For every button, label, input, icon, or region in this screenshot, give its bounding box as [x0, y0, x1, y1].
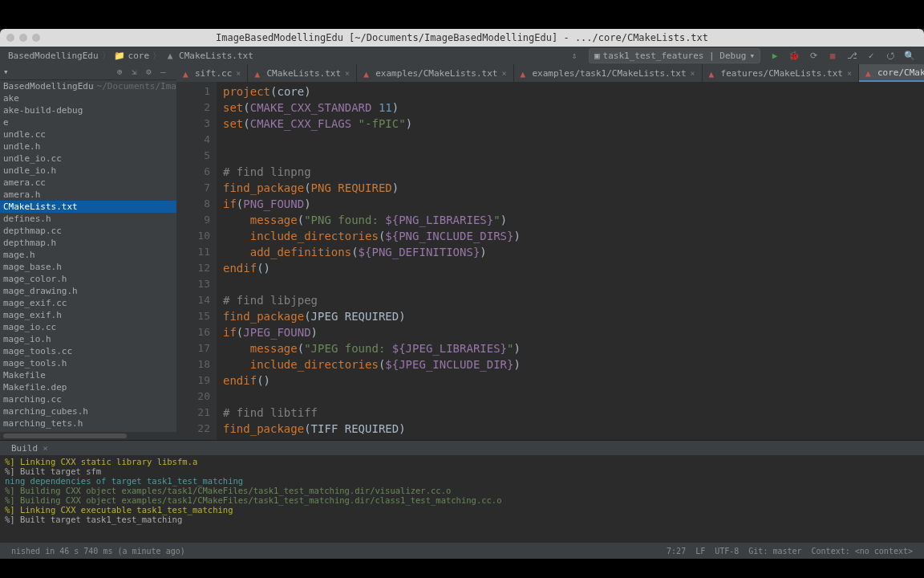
tree-item[interactable]: mage_color.h — [0, 273, 176, 285]
tree-item[interactable]: marching_tets.h — [0, 417, 176, 429]
editor-tabs: ▲sift.cc×▲CMakeLists.txt×▲examples/CMake… — [176, 64, 924, 82]
editor-tab[interactable]: ▲CMakeLists.txt× — [248, 64, 357, 82]
project-dropdown[interactable]: ▾ — [3, 67, 9, 77]
tree-item[interactable]: mage_base.h — [0, 261, 176, 273]
cursor-position[interactable]: 7:27 — [667, 547, 686, 556]
tree-item[interactable]: Makefile.dep — [0, 381, 176, 393]
editor-tab[interactable]: ▲examples/CMakeLists.txt× — [357, 64, 513, 82]
tree-item[interactable]: marching.cc — [0, 393, 176, 405]
tree-item[interactable]: mage_tools.h — [0, 357, 176, 369]
cmake-file-icon: ▲ — [183, 69, 191, 77]
commit-icon[interactable]: ✓ — [864, 48, 878, 63]
close-build-tab-icon[interactable]: × — [43, 443, 48, 454]
search-icon[interactable]: 🔍 — [902, 48, 917, 63]
hide-icon[interactable]: — — [160, 67, 172, 78]
tree-item[interactable]: depthmap.h — [0, 237, 176, 249]
tree-item[interactable]: defines.h — [0, 213, 176, 225]
nav-bar: BasedModellingEdu 〉 📁 core 〉 ▲ CMakeList… — [0, 47, 924, 64]
close-tab-icon[interactable]: × — [847, 69, 852, 78]
window-titlebar: ImageBasedModellingEdu [~/Documents/Imag… — [0, 29, 924, 47]
stop-icon[interactable]: ■ — [825, 48, 840, 63]
git-branch[interactable]: Git: master — [748, 547, 801, 556]
cmake-file-icon: ▲ — [521, 69, 529, 77]
cmake-file-icon: ▲ — [363, 69, 371, 77]
editor-tab[interactable]: ▲core/CMakeLists.txt× — [859, 64, 924, 82]
run-config-selector[interactable]: ▣ task1_test_features | Debug ▾ — [589, 48, 760, 63]
cmake-file-icon: ▲ — [709, 69, 717, 77]
branch-icon[interactable]: ⎇ — [845, 48, 859, 63]
build-tool-window: Build × %] Linking CXX static library li… — [0, 440, 924, 543]
tree-item[interactable]: undle_io.h — [0, 165, 176, 177]
editor-tab[interactable]: ▲examples/task1/CMakeLists.txt× — [514, 64, 703, 82]
app-icon: ▣ — [594, 51, 600, 61]
close-tab-icon[interactable]: × — [236, 69, 241, 78]
tree-item[interactable]: mage.h — [0, 249, 176, 261]
editor-tab[interactable]: ▲features/CMakeLists.txt× — [703, 64, 859, 82]
gear-icon[interactable]: ⚙ — [146, 67, 157, 78]
cmake-file-icon: ▲ — [254, 69, 262, 77]
tree-item[interactable]: amera.cc — [0, 177, 176, 189]
cmake-file-icon: ▲ — [164, 50, 176, 61]
status-bar: nished in 46 s 740 ms (a minute ago) 7:2… — [0, 543, 924, 559]
crumb-file[interactable]: CMakeLists.txt — [179, 51, 253, 61]
cmake-file-icon: ▲ — [865, 68, 873, 76]
collapse-icon[interactable]: ⇲ — [132, 67, 143, 78]
tree-item[interactable]: mage_io.cc — [0, 321, 176, 333]
traffic-max-icon[interactable] — [32, 34, 40, 42]
debug-icon[interactable]: 🐞 — [787, 48, 801, 63]
tree-item[interactable]: mage_exif.cc — [0, 297, 176, 309]
build-output[interactable]: %] Linking CXX static library libsfm.a%]… — [0, 455, 924, 543]
line-separator[interactable]: LF — [695, 547, 705, 556]
tree-item[interactable]: mage_tools.cc — [0, 345, 176, 357]
tree-item[interactable]: CMakeLists.txt — [0, 201, 176, 213]
tree-item[interactable]: mage_drawing.h — [0, 285, 176, 297]
close-tab-icon[interactable]: × — [691, 69, 695, 78]
update-icon[interactable]: ⭯ — [883, 48, 898, 63]
tree-scrollbar[interactable] — [0, 432, 176, 440]
context-indicator[interactable]: Context: <no context> — [812, 547, 913, 556]
breadcrumb[interactable]: BasedModellingEdu 〉 📁 core 〉 ▲ CMakeList… — [5, 50, 257, 62]
project-sidebar: ▾ ⊕ ⇲ ⚙ — BasedModellingEdu~/Documents/I… — [0, 64, 176, 440]
file-encoding[interactable]: UTF-8 — [715, 547, 739, 556]
attach-icon[interactable]: ⟳ — [806, 48, 821, 63]
tree-item[interactable]: undle.cc — [0, 128, 176, 140]
crumb-folder[interactable]: core — [128, 51, 150, 61]
tree-item[interactable]: marching_cubes.h — [0, 405, 176, 417]
close-tab-icon[interactable]: × — [345, 69, 350, 78]
line-gutter: 123456789101112131415161718192021222324 — [176, 82, 217, 440]
chevron-down-icon: ▾ — [749, 51, 755, 61]
tree-root[interactable]: BasedModellingEdu — [3, 81, 94, 92]
source-text[interactable]: project(core)set(CMAKE_CXX_STANDARD 11)s… — [217, 82, 924, 440]
project-tree[interactable]: BasedModellingEdu~/Documents/Imagakeake-… — [0, 80, 176, 432]
traffic-close-icon[interactable] — [6, 34, 14, 42]
tree-item[interactable]: ake-build-debug — [0, 104, 176, 116]
locate-icon[interactable]: ⊕ — [117, 67, 128, 78]
editor-tab[interactable]: ▲sift.cc× — [176, 64, 248, 82]
run-icon[interactable]: ▶ — [768, 48, 782, 63]
build-tab[interactable]: Build — [6, 442, 43, 455]
run-config-label: task1_test_features | Debug — [603, 51, 747, 61]
traffic-min-icon[interactable] — [19, 34, 27, 42]
close-tab-icon[interactable]: × — [501, 69, 506, 78]
tree-item[interactable]: depthmap.cc — [0, 225, 176, 237]
tree-item[interactable]: undle.h — [0, 140, 176, 153]
tree-item[interactable]: undle_io.cc — [0, 153, 176, 165]
crumb-project[interactable]: BasedModellingEdu — [8, 51, 99, 61]
tree-item[interactable]: ake — [0, 92, 176, 104]
tree-item[interactable]: amera.h — [0, 189, 176, 201]
build-icon[interactable]: ⇩ — [567, 48, 582, 63]
tree-item[interactable]: mage_exif.h — [0, 309, 176, 321]
window-title: ImageBasedModellingEdu [~/Documents/Imag… — [216, 32, 708, 43]
project-tool-header: ▾ ⊕ ⇲ ⚙ — — [0, 64, 176, 80]
tree-item[interactable]: mage_io.h — [0, 333, 176, 345]
tree-item[interactable]: Makefile — [0, 369, 176, 381]
folder-icon: 📁 — [114, 50, 125, 61]
tree-item[interactable]: e — [0, 116, 176, 128]
code-editor[interactable]: 123456789101112131415161718192021222324 … — [176, 82, 924, 440]
status-message: nished in 46 s 740 ms (a minute ago) — [11, 547, 185, 556]
